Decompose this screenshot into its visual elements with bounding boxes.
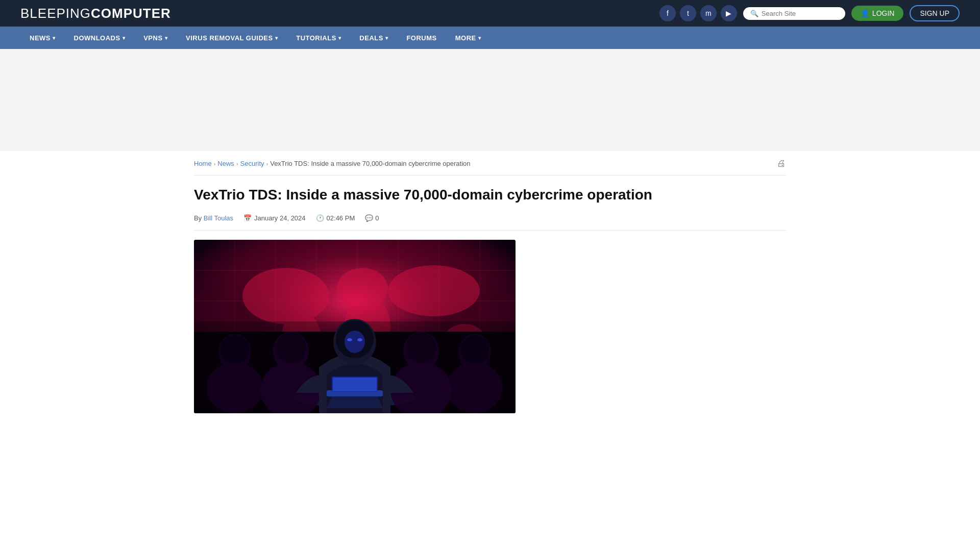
nav-item-more[interactable]: MORE ▾ [446, 27, 491, 49]
signup-label: SIGN UP [920, 9, 949, 17]
site-logo[interactable]: BLEEPINGCOMPUTER [20, 6, 171, 21]
nav-item-downloads[interactable]: DOWNLOADS ▾ [65, 27, 135, 49]
search-icon: 🔍 [750, 10, 758, 17]
main-content: Home › News › Security › VexTrio TDS: In… [184, 151, 796, 413]
breadcrumb-sep-1: › [214, 161, 216, 167]
advertisement-banner [0, 49, 980, 151]
breadcrumb-sep-3: › [266, 161, 268, 167]
chevron-down-icon: ▾ [165, 35, 168, 41]
nav-item-deals[interactable]: DEALS ▾ [350, 27, 397, 49]
breadcrumb-current: VexTrio TDS: Inside a massive 70,000-dom… [270, 160, 470, 167]
nav-item-forums[interactable]: FORUMS [397, 27, 446, 49]
clock-icon: 🕐 [316, 214, 324, 222]
time-meta: 🕐 02:46 PM [316, 214, 355, 222]
nav-forums-label: FORUMS [406, 34, 436, 42]
article-date: January 24, 2024 [254, 214, 305, 222]
date-meta: 📅 January 24, 2024 [243, 214, 305, 222]
search-box[interactable]: 🔍 [743, 7, 845, 20]
svg-rect-44 [194, 240, 516, 342]
nav-vpns-label: VPNS [143, 34, 162, 42]
breadcrumb-bar: Home › News › Security › VexTrio TDS: In… [194, 151, 786, 176]
login-label: LOGIN [872, 9, 895, 17]
comment-icon: 💬 [365, 214, 373, 222]
svg-rect-43 [333, 378, 377, 391]
site-header: BLEEPINGCOMPUTER f t m ▶ 🔍 👤 LOGIN SIGN … [0, 0, 980, 27]
nav-item-news[interactable]: NEWS ▾ [20, 27, 65, 49]
chevron-down-icon: ▾ [53, 35, 56, 41]
login-button[interactable]: 👤 LOGIN [851, 6, 904, 21]
author-label: By Bill Toulas [194, 214, 233, 222]
nav-virus-label: VIRUS REMOVAL GUIDES [186, 34, 273, 42]
chevron-down-icon: ▾ [122, 35, 126, 41]
youtube-icon[interactable]: ▶ [721, 5, 737, 21]
article-meta: By Bill Toulas 📅 January 24, 2024 🕐 02:4… [194, 214, 786, 231]
nav-downloads-label: DOWNLOADS [74, 34, 120, 42]
nav-news-label: NEWS [30, 34, 51, 42]
search-input[interactable] [762, 10, 838, 17]
breadcrumb-home[interactable]: Home [194, 160, 212, 167]
nav-item-virus-removal[interactable]: VIRUS REMOVAL GUIDES ▾ [177, 27, 287, 49]
comments-meta[interactable]: 💬 0 [365, 214, 379, 222]
breadcrumb-security[interactable]: Security [240, 160, 264, 167]
mastodon-icon[interactable]: m [700, 5, 717, 21]
twitter-icon[interactable]: t [680, 5, 696, 21]
nav-more-label: MORE [455, 34, 476, 42]
comments-count: 0 [375, 214, 379, 222]
nav-tutorials-label: TUTORIALS [296, 34, 336, 42]
logo-text-bold: COMPUTER [91, 6, 171, 21]
chevron-down-icon: ▾ [338, 35, 341, 41]
author-link[interactable]: Bill Toulas [204, 214, 233, 222]
breadcrumb: Home › News › Security › VexTrio TDS: In… [194, 160, 471, 167]
nav-item-tutorials[interactable]: TUTORIALS ▾ [287, 27, 350, 49]
logo-text-normal: BLEEPING [20, 6, 91, 21]
signup-button[interactable]: SIGN UP [910, 5, 960, 21]
facebook-icon[interactable]: f [659, 5, 676, 21]
article-title: VexTrio TDS: Inside a massive 70,000-dom… [194, 186, 786, 204]
login-user-icon: 👤 [861, 9, 869, 17]
nav-deals-label: DEALS [359, 34, 383, 42]
breadcrumb-news[interactable]: News [217, 160, 234, 167]
chevron-down-icon: ▾ [275, 35, 278, 41]
print-icon[interactable]: 🖨 [777, 158, 786, 169]
nav-item-vpns[interactable]: VPNS ▾ [134, 27, 177, 49]
hacker-illustration [194, 240, 516, 413]
social-icons-group: f t m ▶ [659, 5, 737, 21]
chevron-down-icon: ▾ [478, 35, 481, 41]
calendar-icon: 📅 [243, 214, 252, 222]
header-right: f t m ▶ 🔍 👤 LOGIN SIGN UP [659, 5, 960, 21]
chevron-down-icon: ▾ [385, 35, 388, 41]
main-nav: NEWS ▾ DOWNLOADS ▾ VPNS ▾ VIRUS REMOVAL … [0, 27, 980, 49]
article-time: 02:46 PM [327, 214, 355, 222]
article-image [194, 240, 516, 413]
breadcrumb-sep-2: › [236, 161, 238, 167]
